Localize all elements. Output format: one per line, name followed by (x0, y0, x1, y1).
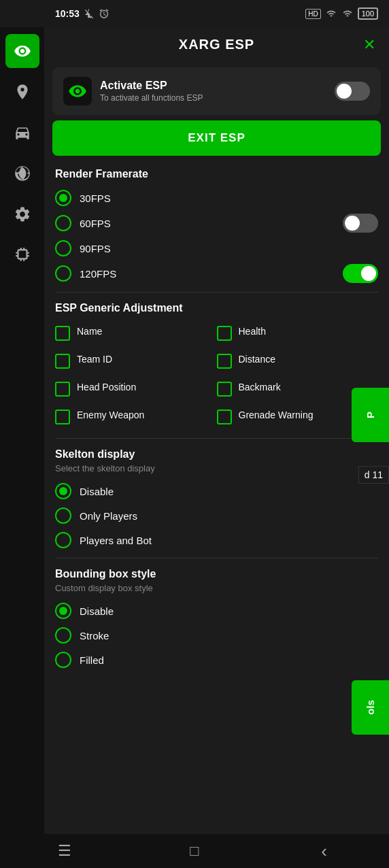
bbox-disable-label: Disable (80, 605, 114, 617)
fps-120-toggle-knob (361, 266, 376, 281)
skeleton-disable-option[interactable]: Disable (55, 479, 378, 503)
app-header: XARG ESP ✕ (44, 27, 389, 62)
hd-badge: HD (305, 9, 320, 19)
status-left: 10:53 (55, 8, 109, 19)
nav-home-button[interactable]: □ (174, 837, 215, 865)
esp-generic-title: ESP Generic Adjustment (55, 302, 378, 314)
fps-120-radio[interactable] (55, 265, 71, 282)
checkbox-head-position-box[interactable] (55, 382, 70, 397)
tools-tab-label: ols (365, 700, 376, 715)
checkbox-enemy-weapon[interactable]: Enemy Weapon (55, 403, 217, 430)
fps-90-option[interactable]: 90FPS (55, 236, 378, 261)
fps-90-label: 90FPS (80, 243, 111, 254)
fps-60-toggle-knob (345, 216, 360, 231)
bbox-filled-label: Filled (80, 654, 104, 666)
sidebar-item-eye[interactable] (5, 34, 39, 68)
bounding-box-title: Bounding box style (55, 568, 378, 580)
silent-icon (84, 8, 95, 19)
skeleton-players-bot-radio[interactable] (55, 532, 71, 548)
status-right: HD 100 (305, 7, 378, 20)
bbox-filled-radio[interactable] (55, 652, 71, 668)
bbox-filled-option[interactable]: Filled (55, 648, 378, 672)
fps-120-row: 120FPS (55, 261, 378, 286)
checkbox-grenade-warning-label: Grenade Warning (239, 409, 314, 421)
checkbox-backmark-box[interactable] (217, 382, 232, 397)
nav-menu-button[interactable]: ☰ (44, 837, 85, 865)
skeleton-only-players-option[interactable]: Only Players (55, 503, 378, 528)
toggle-knob (337, 84, 352, 99)
sidebar-item-settings[interactable] (5, 197, 39, 231)
fps-60-option[interactable]: 60FPS (55, 215, 111, 231)
p-tab-label: P (365, 412, 376, 418)
activate-subtitle: To activate all functions ESP (100, 93, 326, 103)
tools-floating-tab[interactable]: ols (352, 680, 389, 735)
bbox-disable-option[interactable]: Disable (55, 599, 378, 623)
skeleton-disable-radio[interactable] (55, 483, 71, 499)
app-title: XARG ESP (179, 37, 254, 52)
hamburger-icon: ☰ (58, 842, 71, 860)
sidebar-item-chip[interactable] (5, 238, 39, 272)
checkbox-health[interactable]: Health (217, 320, 379, 346)
home-icon: □ (190, 842, 199, 860)
fps-90-radio[interactable] (55, 240, 71, 256)
battery-level: 100 (358, 7, 378, 20)
alarm-icon (99, 8, 109, 19)
fps-30-radio[interactable] (55, 190, 71, 206)
fps-30-label: 30FPS (80, 193, 111, 204)
skeleton-display-subtitle: Select the skelton display (55, 463, 378, 473)
checkbox-distance-box[interactable] (217, 354, 232, 369)
checkbox-head-position-label: Head Position (77, 381, 136, 393)
checkbox-head-position[interactable]: Head Position (55, 375, 217, 402)
skeleton-only-players-radio[interactable] (55, 507, 71, 524)
sidebar-item-car[interactable] (5, 116, 39, 150)
skeleton-only-players-label: Only Players (80, 510, 137, 522)
checkbox-enemy-weapon-label: Enemy Weapon (77, 409, 144, 421)
p-floating-tab[interactable]: P (352, 388, 389, 442)
sidebar-item-crosshair[interactable] (5, 156, 39, 190)
esp-generic-section: ESP Generic Adjustment Name Health Team … (44, 295, 389, 435)
bbox-disable-radio[interactable] (55, 603, 71, 619)
checkbox-name-box[interactable] (55, 326, 70, 341)
wifi-icon (341, 9, 354, 18)
skeleton-display-title: Skelton display (55, 448, 378, 461)
checkbox-name[interactable]: Name (55, 320, 217, 346)
checkbox-distance-label: Distance (239, 353, 275, 365)
nav-back-button[interactable]: ‹ (304, 837, 345, 865)
fps-120-toggle[interactable] (343, 264, 378, 283)
esp-checkbox-grid: Name Health Team ID Distance Head Positi… (55, 320, 378, 433)
skeleton-disable-label: Disable (80, 486, 114, 497)
checkbox-name-label: Name (77, 325, 102, 337)
sidebar-item-location[interactable] (5, 75, 39, 109)
activate-toggle[interactable] (335, 82, 370, 101)
bottom-nav: ☰ □ ‹ (0, 834, 389, 868)
fps-60-radio[interactable] (55, 215, 71, 231)
checkbox-health-label: Health (239, 325, 266, 337)
bbox-stroke-label: Stroke (80, 630, 109, 641)
status-bar: 10:53 HD 100 (44, 0, 389, 27)
fps-60-label: 60FPS (80, 218, 111, 229)
exit-esp-button[interactable]: EXIT ESP (52, 120, 381, 156)
bbox-stroke-radio[interactable] (55, 627, 71, 644)
close-button[interactable]: ✕ (363, 36, 375, 54)
bounding-box-subtitle: Custom display box style (55, 583, 378, 593)
checkbox-team-id[interactable]: Team ID (55, 348, 217, 374)
checkbox-grenade-warning-box[interactable] (217, 410, 232, 424)
checkbox-backmark-label: Backmark (239, 381, 281, 393)
checkbox-team-id-label: Team ID (77, 353, 112, 365)
divider-1 (55, 292, 378, 293)
render-framerate-title: Render Framerate (55, 168, 378, 180)
checkbox-team-id-box[interactable] (55, 354, 70, 369)
skeleton-players-bot-option[interactable]: Players and Bot (55, 528, 378, 552)
bbox-stroke-option[interactable]: Stroke (55, 623, 378, 648)
sidebar (0, 27, 44, 868)
checkbox-distance[interactable]: Distance (217, 348, 379, 374)
checkbox-enemy-weapon-box[interactable] (55, 410, 70, 424)
render-framerate-section: Render Framerate 30FPS 60FPS 90FPS (44, 161, 389, 289)
fps-120-option[interactable]: 120FPS (55, 265, 116, 282)
checkbox-health-box[interactable] (217, 326, 232, 341)
divider-2 (55, 438, 378, 439)
fps-60-toggle[interactable] (343, 214, 378, 233)
fps-30-option[interactable]: 30FPS (55, 186, 378, 210)
skeleton-players-bot-label: Players and Bot (80, 535, 152, 546)
back-icon: ‹ (321, 841, 327, 862)
